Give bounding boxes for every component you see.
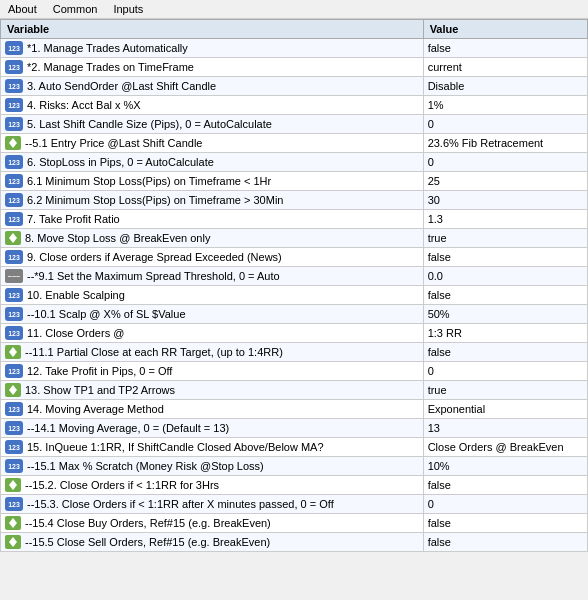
arrow-icon (5, 478, 21, 492)
numeric-icon: 123 (5, 98, 23, 112)
numeric-icon: 123 (5, 440, 23, 454)
value-cell: false (423, 514, 587, 533)
table-row: 1233. Auto SendOrder @Last Shift CandleD… (1, 77, 588, 96)
variable-cell: 12315. InQueue 1:1RR, If ShiftCandle Clo… (1, 438, 424, 457)
numeric-icon: 123 (5, 155, 23, 169)
table-row: 12315. InQueue 1:1RR, If ShiftCandle Clo… (1, 438, 588, 457)
variable-cell: 123--15.3. Close Orders if < 1:1RR after… (1, 495, 424, 514)
arrow-icon (5, 345, 21, 359)
variable-cell: 8. Move Stop Loss @ BreakEven only (1, 229, 424, 248)
variable-cell: 123--14.1 Moving Average, 0 = (Default =… (1, 419, 424, 438)
variable-cell: 123*1. Manage Trades Automatically (1, 39, 424, 58)
variable-label: 13. Show TP1 and TP2 Arrows (25, 384, 175, 396)
menubar-item-inputs[interactable]: Inputs (109, 2, 147, 16)
value-cell: 30 (423, 191, 587, 210)
numeric-icon: 123 (5, 250, 23, 264)
variable-label: 4. Risks: Acct Bal x %X (27, 99, 141, 111)
variable-cell: --11.1 Partial Close at each RR Target, … (1, 343, 424, 362)
svg-marker-1 (9, 143, 17, 148)
table-row: --5.1 Entry Price @Last Shift Candle23.6… (1, 134, 588, 153)
numeric-icon: 123 (5, 174, 23, 188)
table-row: --15.2. Close Orders if < 1:1RR for 3Hrs… (1, 476, 588, 495)
value-cell: 25 (423, 172, 587, 191)
variable-label: 12. Take Profit in Pips, 0 = Off (27, 365, 172, 377)
variable-label: *1. Manage Trades Automatically (27, 42, 188, 54)
table-row: 8. Move Stop Loss @ BreakEven onlytrue (1, 229, 588, 248)
variable-label: --15.1 Max % Scratch (Money Risk @Stop L… (27, 460, 264, 472)
variable-cell: 12312. Take Profit in Pips, 0 = Off (1, 362, 424, 381)
table-row: 123--14.1 Moving Average, 0 = (Default =… (1, 419, 588, 438)
numeric-icon: 123 (5, 41, 23, 55)
value-cell: 1:3 RR (423, 324, 587, 343)
svg-marker-9 (9, 485, 17, 490)
table-row: 12311. Close Orders @1:3 RR (1, 324, 588, 343)
variable-cell: --15.5 Close Sell Orders, Ref#15 (e.g. B… (1, 533, 424, 552)
variable-label: 10. Enable Scalping (27, 289, 125, 301)
table-row: --11.1 Partial Close at each RR Target, … (1, 343, 588, 362)
variable-cell: 1239. Close orders if Average Spread Exc… (1, 248, 424, 267)
variable-cell: 1236.2 Minimum Stop Loss(Pips) on Timefr… (1, 191, 424, 210)
svg-marker-8 (9, 480, 17, 485)
numeric-icon: 123 (5, 212, 23, 226)
variable-cell: 1233. Auto SendOrder @Last Shift Candle (1, 77, 424, 96)
table-row: 123--15.3. Close Orders if < 1:1RR after… (1, 495, 588, 514)
variable-label: 6.2 Minimum Stop Loss(Pips) on Timeframe… (27, 194, 283, 206)
value-cell: current (423, 58, 587, 77)
value-cell: Exponential (423, 400, 587, 419)
numeric-icon: 123 (5, 79, 23, 93)
variable-cell: 12310. Enable Scalping (1, 286, 424, 305)
value-cell: 23.6% Fib Retracement (423, 134, 587, 153)
variable-cell: 123--15.1 Max % Scratch (Money Risk @Sto… (1, 457, 424, 476)
variables-table: Variable Value 123*1. Manage Trades Auto… (0, 19, 588, 552)
svg-marker-7 (9, 390, 17, 395)
variable-cell: ~~~--*9.1 Set the Maximum Spread Thresho… (1, 267, 424, 286)
table-row: 12314. Moving Average MethodExponential (1, 400, 588, 419)
variable-label: *2. Manage Trades on TimeFrame (27, 61, 194, 73)
variable-cell: 12311. Close Orders @ (1, 324, 424, 343)
variable-label: --10.1 Scalp @ X% of SL $Value (27, 308, 186, 320)
table-row: ~~~--*9.1 Set the Maximum Spread Thresho… (1, 267, 588, 286)
value-cell: 1% (423, 96, 587, 115)
value-cell: false (423, 39, 587, 58)
numeric-icon: 123 (5, 459, 23, 473)
value-cell: true (423, 229, 587, 248)
arrow-icon (5, 383, 21, 397)
arrow-icon (5, 136, 21, 150)
variable-label: --5.1 Entry Price @Last Shift Candle (25, 137, 202, 149)
variable-cell: 1236.1 Minimum Stop Loss(Pips) on Timefr… (1, 172, 424, 191)
variable-cell: 12314. Moving Average Method (1, 400, 424, 419)
dash-icon: ~~~ (5, 269, 23, 283)
menubar-item-about[interactable]: About (4, 2, 41, 16)
variable-cell: 123*2. Manage Trades on TimeFrame (1, 58, 424, 77)
svg-marker-6 (9, 385, 17, 390)
value-cell: 0 (423, 495, 587, 514)
menubar-item-common[interactable]: Common (49, 2, 102, 16)
variable-label: --14.1 Moving Average, 0 = (Default = 13… (27, 422, 229, 434)
variable-cell: --15.2. Close Orders if < 1:1RR for 3Hrs (1, 476, 424, 495)
variable-label: 15. InQueue 1:1RR, If ShiftCandle Closed… (27, 441, 324, 453)
numeric-icon: 123 (5, 497, 23, 511)
variable-label: --15.3. Close Orders if < 1:1RR after X … (27, 498, 334, 510)
table-row: 1234. Risks: Acct Bal x %X1% (1, 96, 588, 115)
variable-cell: 1234. Risks: Acct Bal x %X (1, 96, 424, 115)
value-cell: 0 (423, 153, 587, 172)
menubar: AboutCommonInputs (0, 0, 588, 19)
value-cell: 0 (423, 115, 587, 134)
variable-cell: 1237. Take Profit Ratio (1, 210, 424, 229)
numeric-icon: 123 (5, 421, 23, 435)
variable-cell: 13. Show TP1 and TP2 Arrows (1, 381, 424, 400)
value-cell: 50% (423, 305, 587, 324)
variable-label: 14. Moving Average Method (27, 403, 164, 415)
value-cell: false (423, 248, 587, 267)
variable-cell: 1236. StopLoss in Pips, 0 = AutoCalculat… (1, 153, 424, 172)
numeric-icon: 123 (5, 288, 23, 302)
table-row: 1239. Close orders if Average Spread Exc… (1, 248, 588, 267)
table-row: 1236.2 Minimum Stop Loss(Pips) on Timefr… (1, 191, 588, 210)
table-row: --15.4 Close Buy Orders, Ref#15 (e.g. Br… (1, 514, 588, 533)
value-cell: false (423, 286, 587, 305)
svg-marker-12 (9, 537, 17, 542)
table-row: 123--10.1 Scalp @ X% of SL $Value50% (1, 305, 588, 324)
variable-label: 8. Move Stop Loss @ BreakEven only (25, 232, 210, 244)
value-cell: false (423, 533, 587, 552)
value-cell: 13 (423, 419, 587, 438)
